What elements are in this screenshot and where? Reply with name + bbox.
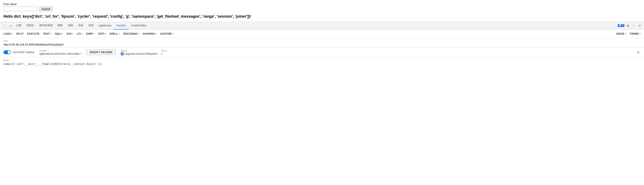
- settings-icon[interactable]: ⚙: [625, 23, 630, 28]
- split-button[interactable]: SPLIT: [14, 31, 26, 36]
- enctype-arrow-icon: ▾: [80, 52, 82, 55]
- device-icon[interactable]: ▱: [8, 23, 14, 29]
- ssrf-button[interactable]: SSRF ▾: [84, 31, 97, 36]
- modify-header-button[interactable]: MODIFY HEADER: [87, 49, 116, 55]
- tab-hackbar[interactable]: HackBar: [114, 22, 129, 29]
- inspect-icon[interactable]: ⬚: [2, 23, 8, 29]
- post-method-toggle[interactable]: [4, 50, 11, 54]
- encoding-arrow: ▾: [138, 33, 139, 35]
- load-arrow: ▾: [12, 33, 12, 35]
- header-checkbox[interactable]: [121, 52, 124, 55]
- post-method-label: Use POST method: [13, 51, 34, 54]
- hashing-arrow: ▾: [156, 33, 157, 35]
- execute-button[interactable]: EXECUTE: [25, 31, 41, 36]
- close-devtools-icon[interactable]: ✕: [637, 23, 642, 28]
- ssti-arrow: ▾: [105, 33, 106, 35]
- enctype-section: enctype application/x-www-form-urlencode…: [40, 49, 82, 55]
- enctype-select[interactable]: application/x-www-form-urlencoded multip…: [40, 52, 80, 55]
- hello-text: Hello dict_keys(['dict', 'url_for', 'lip…: [4, 14, 640, 19]
- tab-application[interactable]: 应用: [86, 22, 96, 29]
- tab-memory[interactable]: 内存: [76, 22, 86, 29]
- header-close-icon[interactable]: ✕: [636, 50, 640, 54]
- submit-button[interactable]: Submit: [39, 6, 52, 11]
- tab-console[interactable]: 控制台: [24, 22, 37, 29]
- xss-arrow: ▾: [72, 33, 73, 35]
- more-icon[interactable]: ⋮: [631, 23, 636, 28]
- theme-arrow: ▾: [640, 33, 640, 35]
- custom-arrow: ▾: [172, 33, 173, 35]
- hashing-button[interactable]: HASHING ▾: [141, 31, 158, 36]
- tab-elements[interactable]: 元素: [14, 22, 24, 29]
- badge-count: 1: [622, 24, 623, 27]
- post-method-toggle-container: Use POST method: [4, 50, 34, 54]
- lfi-arrow: ▾: [82, 33, 83, 35]
- body-label: Body: [4, 59, 640, 61]
- body-section: Body: [0, 57, 644, 111]
- page-content: First name: Submit Hello dict_keys(['dic…: [0, 0, 644, 22]
- lfi-button[interactable]: LFI ▾: [75, 31, 84, 36]
- custom-button[interactable]: CUSTOM ▾: [158, 31, 175, 36]
- test-arrow: ▾: [50, 33, 52, 35]
- url-input[interactable]: [4, 43, 640, 46]
- shell-arrow: ▾: [119, 33, 120, 35]
- shell-button[interactable]: SHELL ▾: [108, 31, 122, 36]
- form-section: First name: Submit: [4, 2, 640, 11]
- header-name-select-wrapper: Upgrade-Insecure-Requests ▾: [124, 52, 158, 55]
- tab-cookie-editor[interactable]: Cookie-Editor: [129, 22, 149, 29]
- ssrf-arrow: ▾: [94, 33, 95, 35]
- body-input[interactable]: [4, 62, 640, 69]
- first-name-input[interactable]: [4, 6, 38, 11]
- chat-icon: 💬: [619, 24, 622, 27]
- devtools-panel: ⬚ ▱ 元素 控制台 源代码/来源 网络 性能 内存 应用 Lighthouse…: [0, 22, 644, 111]
- header-value-input[interactable]: [161, 52, 193, 55]
- hackbar-toolbar: LOAD ▾ SPLIT EXECUTE TEST ▾ SQLI ▾ XSS ▾…: [0, 29, 644, 38]
- form-row: Submit: [4, 6, 640, 11]
- header-name-select[interactable]: Upgrade-Insecure-Requests: [124, 52, 157, 55]
- tab-performance[interactable]: 性能: [66, 22, 76, 29]
- mode-button[interactable]: MODE ▾: [615, 31, 628, 36]
- sqli-arrow: ▾: [62, 33, 63, 35]
- header-value-field-label: Value: [161, 49, 193, 52]
- devtools-tab-bar: ⬚ ▱ 元素 控制台 源代码/来源 网络 性能 内存 应用 Lighthouse…: [0, 22, 644, 29]
- tab-network[interactable]: 网络: [55, 22, 66, 29]
- enctype-label: enctype: [40, 49, 82, 52]
- mode-arrow: ▾: [625, 33, 626, 35]
- load-button[interactable]: LOAD ▾: [2, 31, 14, 36]
- enctype-select-wrapper: application/x-www-form-urlencoded multip…: [40, 52, 82, 55]
- header-value-section: Value: [161, 49, 193, 55]
- first-name-label: First name:: [4, 2, 640, 6]
- xss-button[interactable]: XSS ▾: [65, 31, 75, 36]
- test-button[interactable]: TEST ▾: [41, 31, 53, 36]
- header-name-row: Upgrade-Insecure-Requests ▾: [121, 52, 158, 55]
- header-name-arrow-icon: ▾: [157, 53, 158, 55]
- header-name-section: Name Upgrade-Insecure-Requests ▾: [121, 49, 158, 55]
- sqli-button[interactable]: SQLI ▾: [53, 31, 65, 36]
- header-name-field-label: Name: [121, 49, 158, 52]
- theme-button[interactable]: THEME ▾: [628, 31, 642, 36]
- encoding-button[interactable]: ENCODING ▾: [122, 31, 141, 36]
- url-label: URL: [4, 40, 640, 42]
- hackbar-body: URL Use POST method enctype application/…: [0, 38, 644, 111]
- devtools-actions: 💬 1 ⚙ ⋮ ✕: [618, 23, 642, 28]
- options-row: Use POST method enctype application/x-ww…: [0, 48, 644, 57]
- tab-source[interactable]: 源代码/来源: [37, 22, 55, 29]
- url-section: URL: [0, 38, 644, 48]
- ssti-button[interactable]: SSTI ▾: [97, 31, 108, 36]
- header-fields: Name Upgrade-Insecure-Requests ▾ Value: [121, 49, 640, 55]
- console-badge: 💬 1: [618, 24, 624, 27]
- tab-lighthouse[interactable]: Lighthouse: [96, 22, 114, 29]
